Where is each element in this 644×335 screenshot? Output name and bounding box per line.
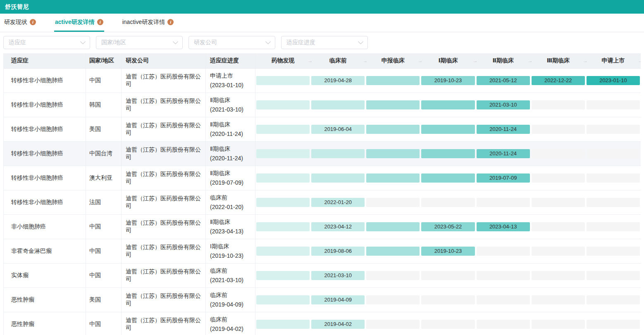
stage-bar-empty [421,295,475,304]
info-icon[interactable]: i [30,19,36,25]
table-row[interactable]: 实体瘤中国迪哲（江苏）医药股份有限公司临床前(2021-03-10)2021-0… [4,264,641,288]
stage-cell [476,198,531,207]
stage-cell: 2023-05-22 [420,222,475,231]
stage-cell: 2019-10-23 [420,76,475,85]
stage-bar [366,149,420,158]
stage-bar-empty [587,100,640,109]
status-text: 临床前(2019-04-09) [210,290,243,309]
company-cell: 迪哲（江苏）医药股份有限公司 [122,93,206,117]
tab-label: inactive研发详情 [122,19,165,26]
stage-bar [421,125,475,134]
stage-header: 药物发现→ [255,57,310,64]
stage-bar-group: 2021-03-10 [255,264,641,287]
stage-cell [420,320,475,329]
stage-bar [366,247,420,256]
stage-cell [476,271,531,280]
info-icon[interactable]: i [167,19,174,25]
company-cell: 迪哲（江苏）医药股份有限公司 [122,166,206,190]
stage-bar-empty [421,271,475,280]
table-row[interactable]: 恶性肿瘤美国迪哲（江苏）医药股份有限公司临床前(2019-04-09)2019-… [4,288,641,312]
table-row[interactable]: 转移性非小细胞肺癌澳大利亚迪哲（江苏）医药股份有限公司Ⅱ期临床(2019-07-… [4,166,641,190]
stage-bar-empty [532,125,585,134]
col-progress: 适应症进度 [206,53,255,68]
stage-header: 临床前→ [310,57,365,64]
stage-cell [531,125,586,134]
stage-header: Ⅱ期临床→ [476,57,531,64]
status-text: 临床前(2022-01-20) [210,193,243,212]
stage-cell [420,125,475,134]
stage-bar-group: 2019-08-062019-10-23 [255,239,641,263]
stage-label: Ⅲ期临床 [547,57,570,64]
app-header: 舒沃替尼 [0,0,644,14]
stage-cell [365,320,420,329]
table-row[interactable]: 非小细胞肺癌中国迪哲（江苏）医药股份有限公司Ⅱ期临床(2023-04-13)20… [4,215,641,239]
stage-bar [366,100,420,109]
indication-cell: 非霍奇金淋巴瘤 [4,239,86,263]
table-row[interactable]: 转移性非小细胞肺癌美国迪哲（江苏）医药股份有限公司Ⅱ期临床(2020-11-24… [4,117,641,142]
stage-label: Ⅰ期临床 [438,57,458,64]
stage-bar: 2020-11-24 [477,125,530,134]
table-row[interactable]: 非霍奇金淋巴瘤中国迪哲（江苏）医药股份有限公司Ⅰ期临床(2019-10-23)2… [4,239,641,264]
table-row[interactable]: 转移性非小细胞肺癌法国迪哲（江苏）医药股份有限公司临床前(2022-01-20)… [4,190,641,215]
progress-filter[interactable]: 适应症进度 [281,36,368,49]
stage-bar-empty [587,271,640,280]
stage-label: 药物发现 [272,57,295,64]
stage-bar [256,76,310,85]
stage-cell [420,173,475,183]
stage-cell [255,173,310,183]
stage-cell [255,198,310,207]
stage-cell: 2022-01-20 [310,198,365,207]
stage-bar [256,173,310,183]
stage-cell [255,100,310,109]
stage-cell [531,295,586,304]
indication-cell: 转移性非小细胞肺癌 [4,117,86,141]
company-cell: 迪哲（江苏）医药股份有限公司 [122,215,206,239]
stage-arrow-icon: → [363,58,367,64]
chevron-down-icon [80,39,86,44]
tab-label: 研发现状 [4,19,27,26]
region-filter[interactable]: 国家/地区 [96,36,183,49]
stage-cell: 2023-01-10 [586,76,641,85]
status-cell: 临床前(2021-03-10) [206,264,255,287]
stage-bar [366,125,420,134]
tab-inactive-rd-details[interactable]: inactive研发详情i [122,14,174,32]
stage-bar-empty [421,198,475,207]
company-cell: 迪哲（江苏）医药股份有限公司 [122,288,206,312]
col-company: 研发公司 [122,53,206,68]
company-cell: 迪哲（江苏）医药股份有限公司 [122,190,206,214]
stage-cell [365,100,420,109]
stage-bar-empty [587,247,640,256]
tab-rd-status[interactable]: 研发现状i [3,14,37,32]
stage-bar-empty [587,198,640,207]
stage-cell: 2021-05-12 [476,76,531,85]
stage-cell: 2019-04-09 [310,295,365,304]
table-row[interactable]: 恶性肿瘤中国迪哲（江苏）医药股份有限公司临床前(2019-04-02)2019-… [4,312,641,335]
status-cell: Ⅱ期临床(2021-03-10) [206,93,255,117]
stage-cell [365,295,420,304]
stage-bar [311,100,365,109]
tab-active-rd-details[interactable]: active研发详情i [54,14,104,32]
stage-cell [365,198,420,207]
table-row[interactable]: 转移性非小细胞肺癌中国台湾迪哲（江苏）医药股份有限公司Ⅱ期临床(2020-11-… [4,142,641,166]
chevron-down-icon [358,39,363,44]
stage-bar-empty [587,295,640,304]
indication-filter[interactable]: 适应症 [3,36,90,49]
info-icon[interactable]: i [97,19,103,25]
stage-bar [256,295,310,304]
indication-cell: 实体瘤 [4,264,86,287]
status-text: 申请上市(2023-01-10) [210,71,243,90]
stage-bar-group: 2021-03-10 [255,93,641,117]
status-cell: 临床前(2022-01-20) [206,190,255,214]
col-indication: 适应症 [4,53,86,68]
company-filter[interactable]: 研发公司 [188,36,275,49]
chevron-down-icon [265,39,271,44]
stage-cell [531,320,586,329]
stage-cell [586,198,641,207]
stage-cell: 2019-10-23 [420,247,475,256]
table-row[interactable]: 转移性非小细胞肺癌中国迪哲（江苏）医药股份有限公司申请上市(2023-01-10… [4,69,641,93]
region-cell: 法国 [86,190,122,214]
stage-cell [586,320,641,329]
status-text: Ⅱ期临床(2019-07-09) [210,169,243,188]
stage-bar-empty [477,295,530,304]
table-row[interactable]: 转移性非小细胞肺癌韩国迪哲（江苏）医药股份有限公司Ⅱ期临床(2021-03-10… [4,93,641,117]
